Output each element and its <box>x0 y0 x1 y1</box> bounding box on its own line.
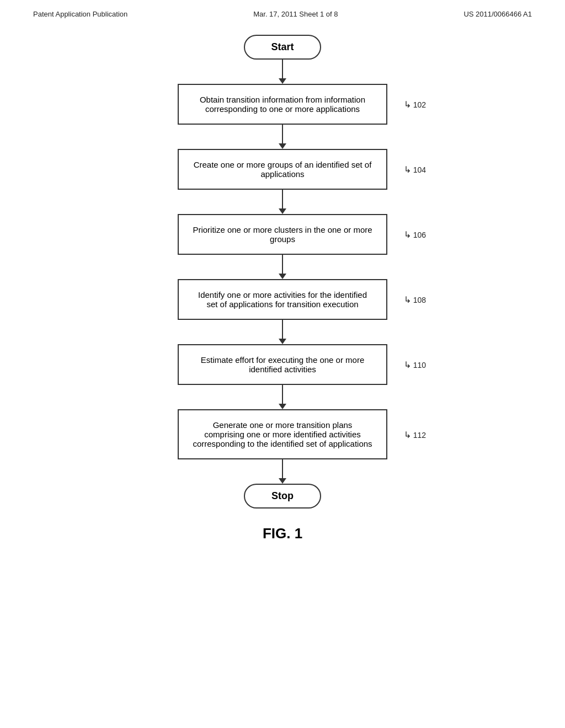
step-108-text: Identify one or more activities for the … <box>198 290 367 309</box>
stop-terminal: Stop <box>244 484 321 508</box>
step-104-box: Create one or more groups of an identifi… <box>178 149 387 190</box>
arrow-line <box>282 459 283 478</box>
arrow-line <box>282 255 283 274</box>
arrow-line <box>282 385 283 404</box>
step-108-row: Identify one or more activities for the … <box>178 279 387 320</box>
arrow-head <box>279 274 286 279</box>
arrow-3 <box>279 255 286 279</box>
arrow-5 <box>279 385 286 409</box>
step-112-row: Generate one or more transition plans co… <box>178 409 387 459</box>
step-108-box: Identify one or more activities for the … <box>178 279 387 320</box>
page-header: Patent Application Publication Mar. 17, … <box>0 0 565 24</box>
arrow-line <box>282 60 283 78</box>
arrow-4 <box>279 320 286 344</box>
step-110-curve: ↳ <box>404 360 411 370</box>
step-102-curve: ↳ <box>404 100 411 109</box>
arrow-head <box>279 78 286 84</box>
header-middle: Mar. 17, 2011 Sheet 1 of 8 <box>253 10 338 18</box>
arrow-0 <box>279 60 286 84</box>
step-102-row: Obtain transition information from infor… <box>178 84 387 125</box>
arrow-head <box>279 404 286 409</box>
step-112-curve: ↳ <box>404 430 411 439</box>
step-108-label: ↳ 108 <box>404 295 426 305</box>
step-112-text: Generate one or more transition plans co… <box>193 420 372 448</box>
arrow-2 <box>279 190 286 214</box>
arrow-head <box>279 143 286 149</box>
step-104-text: Create one or more groups of an identifi… <box>194 160 372 179</box>
arrow-head <box>279 208 286 214</box>
arrow-head <box>279 478 286 484</box>
stop-label: Stop <box>271 490 294 501</box>
arrow-head <box>279 339 286 344</box>
step-104-curve: ↳ <box>404 165 411 174</box>
step-110-text: Estimate effort for executing the one or… <box>201 355 365 374</box>
step-102-text: Obtain transition information from infor… <box>200 95 365 114</box>
flowchart-container: Start Obtain transition information from… <box>0 24 565 542</box>
step-102-label: ↳ 102 <box>404 99 426 110</box>
header-right: US 2011/0066466 A1 <box>463 10 532 18</box>
step-110-box: Estimate effort for executing the one or… <box>178 344 387 385</box>
figure-label: FIG. 1 <box>263 525 302 542</box>
arrow-1 <box>279 125 286 149</box>
step-106-box: Prioritize one or more clusters in the o… <box>178 214 387 255</box>
step-110-label: ↳ 110 <box>404 360 426 370</box>
step-112-box: Generate one or more transition plans co… <box>178 409 387 459</box>
step-104-row: Create one or more groups of an identifi… <box>178 149 387 190</box>
step-108-curve: ↳ <box>404 295 411 304</box>
step-106-text: Prioritize one or more clusters in the o… <box>193 225 372 244</box>
step-102-box: Obtain transition information from infor… <box>178 84 387 125</box>
arrow-line <box>282 125 283 143</box>
start-terminal: Start <box>244 35 321 60</box>
step-110-row: Estimate effort for executing the one or… <box>178 344 387 385</box>
step-106-label: ↳ 106 <box>404 229 426 240</box>
step-106-curve: ↳ <box>404 230 411 239</box>
arrow-line <box>282 320 283 339</box>
step-106-row: Prioritize one or more clusters in the o… <box>178 214 387 255</box>
start-label: Start <box>271 41 294 52</box>
step-104-label: ↳ 104 <box>404 164 426 175</box>
step-112-label: ↳ 112 <box>404 429 426 440</box>
header-left: Patent Application Publication <box>33 10 127 18</box>
arrow-line <box>282 190 283 208</box>
arrow-6 <box>279 459 286 484</box>
